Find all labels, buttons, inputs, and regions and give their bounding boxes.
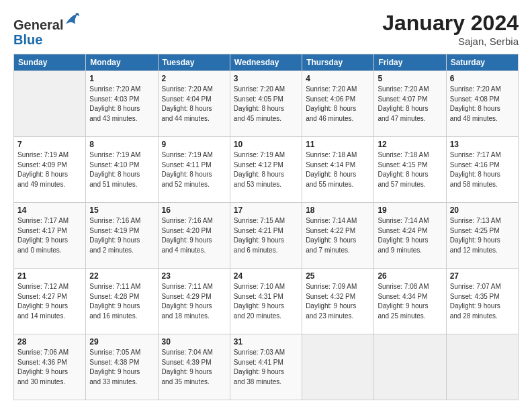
day-info: Sunrise: 7:14 AM Sunset: 4:22 PM Dayligh… xyxy=(306,216,370,255)
day-number: 9 xyxy=(162,140,226,149)
calendar-header-wednesday: Wednesday xyxy=(230,54,302,71)
logo-general: General xyxy=(13,17,63,32)
day-info: Sunrise: 7:20 AM Sunset: 4:07 PM Dayligh… xyxy=(378,85,442,124)
day-info: Sunrise: 7:05 AM Sunset: 4:38 PM Dayligh… xyxy=(89,348,154,387)
header: General Blue January 2024 Sajan, Serbia xyxy=(13,11,519,47)
calendar-week-4: 21Sunrise: 7:12 AM Sunset: 4:27 PM Dayli… xyxy=(14,269,519,334)
logo-bird-icon xyxy=(64,11,81,30)
day-info: Sunrise: 7:19 AM Sunset: 4:11 PM Dayligh… xyxy=(162,150,226,189)
day-number: 7 xyxy=(17,140,82,149)
day-info: Sunrise: 7:20 AM Sunset: 4:06 PM Dayligh… xyxy=(306,85,370,124)
day-info: Sunrise: 7:16 AM Sunset: 4:19 PM Dayligh… xyxy=(89,216,154,255)
calendar-cell: 27Sunrise: 7:07 AM Sunset: 4:35 PM Dayli… xyxy=(446,269,518,334)
day-info: Sunrise: 7:17 AM Sunset: 4:16 PM Dayligh… xyxy=(450,150,515,189)
month-year: January 2024 xyxy=(382,11,519,36)
calendar-cell: 10Sunrise: 7:19 AM Sunset: 4:12 PM Dayli… xyxy=(230,137,302,203)
day-info: Sunrise: 7:10 AM Sunset: 4:31 PM Dayligh… xyxy=(234,282,298,321)
calendar-cell: 7Sunrise: 7:19 AM Sunset: 4:09 PM Daylig… xyxy=(14,137,86,203)
page: General Blue January 2024 Sajan, Serbia … xyxy=(0,0,532,411)
day-info: Sunrise: 7:08 AM Sunset: 4:34 PM Dayligh… xyxy=(378,282,442,321)
location: Sajan, Serbia xyxy=(382,36,519,47)
day-info: Sunrise: 7:11 AM Sunset: 4:29 PM Dayligh… xyxy=(162,282,226,321)
day-number: 8 xyxy=(89,140,154,149)
day-number: 15 xyxy=(89,205,154,215)
day-info: Sunrise: 7:20 AM Sunset: 4:08 PM Dayligh… xyxy=(450,85,515,124)
calendar-cell: 19Sunrise: 7:14 AM Sunset: 4:24 PM Dayli… xyxy=(374,203,446,269)
calendar-cell: 14Sunrise: 7:17 AM Sunset: 4:17 PM Dayli… xyxy=(14,203,86,269)
day-number: 4 xyxy=(306,74,370,83)
day-info: Sunrise: 7:19 AM Sunset: 4:10 PM Dayligh… xyxy=(89,150,154,189)
day-number: 23 xyxy=(162,271,226,281)
day-number: 19 xyxy=(378,205,442,215)
calendar-cell: 30Sunrise: 7:04 AM Sunset: 4:39 PM Dayli… xyxy=(158,334,230,400)
day-number: 26 xyxy=(378,271,442,281)
day-number: 2 xyxy=(162,74,226,83)
day-info: Sunrise: 7:20 AM Sunset: 4:03 PM Dayligh… xyxy=(89,85,154,124)
calendar-cell: 29Sunrise: 7:05 AM Sunset: 4:38 PM Dayli… xyxy=(86,334,158,400)
day-info: Sunrise: 7:20 AM Sunset: 4:05 PM Dayligh… xyxy=(234,85,298,124)
day-info: Sunrise: 7:17 AM Sunset: 4:17 PM Dayligh… xyxy=(17,216,82,255)
day-info: Sunrise: 7:18 AM Sunset: 4:14 PM Dayligh… xyxy=(306,150,370,189)
logo-blue: Blue xyxy=(13,32,42,47)
day-number: 22 xyxy=(89,271,154,281)
logo-text: General Blue xyxy=(13,11,81,47)
calendar-cell: 6Sunrise: 7:20 AM Sunset: 4:08 PM Daylig… xyxy=(446,71,518,137)
calendar-week-1: 1Sunrise: 7:20 AM Sunset: 4:03 PM Daylig… xyxy=(14,71,519,137)
calendar-cell: 13Sunrise: 7:17 AM Sunset: 4:16 PM Dayli… xyxy=(446,137,518,203)
day-info: Sunrise: 7:11 AM Sunset: 4:28 PM Dayligh… xyxy=(89,282,154,321)
day-number: 1 xyxy=(89,74,154,83)
calendar-cell: 28Sunrise: 7:06 AM Sunset: 4:36 PM Dayli… xyxy=(14,334,86,400)
calendar-cell: 17Sunrise: 7:15 AM Sunset: 4:21 PM Dayli… xyxy=(230,203,302,269)
day-number: 5 xyxy=(378,74,442,83)
calendar-table: SundayMondayTuesdayWednesdayThursdayFrid… xyxy=(13,54,519,400)
day-number: 14 xyxy=(17,205,82,215)
day-info: Sunrise: 7:04 AM Sunset: 4:39 PM Dayligh… xyxy=(162,348,226,387)
calendar-header-sunday: Sunday xyxy=(14,54,86,71)
calendar-cell xyxy=(302,334,374,400)
calendar-cell: 26Sunrise: 7:08 AM Sunset: 4:34 PM Dayli… xyxy=(374,269,446,334)
calendar-cell: 20Sunrise: 7:13 AM Sunset: 4:25 PM Dayli… xyxy=(446,203,518,269)
calendar-cell: 24Sunrise: 7:10 AM Sunset: 4:31 PM Dayli… xyxy=(230,269,302,334)
calendar-week-3: 14Sunrise: 7:17 AM Sunset: 4:17 PM Dayli… xyxy=(14,203,519,269)
calendar-header-tuesday: Tuesday xyxy=(158,54,230,71)
day-info: Sunrise: 7:06 AM Sunset: 4:36 PM Dayligh… xyxy=(17,348,82,387)
calendar-cell: 12Sunrise: 7:18 AM Sunset: 4:15 PM Dayli… xyxy=(374,137,446,203)
day-number: 30 xyxy=(162,337,226,347)
calendar-cell: 23Sunrise: 7:11 AM Sunset: 4:29 PM Dayli… xyxy=(158,269,230,334)
logo: General Blue xyxy=(13,11,81,47)
day-info: Sunrise: 7:19 AM Sunset: 4:09 PM Dayligh… xyxy=(17,150,82,189)
calendar-week-2: 7Sunrise: 7:19 AM Sunset: 4:09 PM Daylig… xyxy=(14,137,519,203)
day-number: 16 xyxy=(162,205,226,215)
calendar-cell: 16Sunrise: 7:16 AM Sunset: 4:20 PM Dayli… xyxy=(158,203,230,269)
calendar-cell: 9Sunrise: 7:19 AM Sunset: 4:11 PM Daylig… xyxy=(158,137,230,203)
calendar-cell xyxy=(446,334,518,400)
calendar-cell: 18Sunrise: 7:14 AM Sunset: 4:22 PM Dayli… xyxy=(302,203,374,269)
calendar-header-row: SundayMondayTuesdayWednesdayThursdayFrid… xyxy=(14,54,519,71)
day-number: 3 xyxy=(234,74,298,83)
day-info: Sunrise: 7:18 AM Sunset: 4:15 PM Dayligh… xyxy=(378,150,442,189)
day-number: 31 xyxy=(234,337,298,347)
calendar-cell: 8Sunrise: 7:19 AM Sunset: 4:10 PM Daylig… xyxy=(86,137,158,203)
day-number: 17 xyxy=(234,205,298,215)
day-info: Sunrise: 7:15 AM Sunset: 4:21 PM Dayligh… xyxy=(234,216,298,255)
day-info: Sunrise: 7:09 AM Sunset: 4:32 PM Dayligh… xyxy=(306,282,370,321)
calendar-cell xyxy=(374,334,446,400)
calendar-cell: 31Sunrise: 7:03 AM Sunset: 4:41 PM Dayli… xyxy=(230,334,302,400)
day-number: 25 xyxy=(306,271,370,281)
day-info: Sunrise: 7:16 AM Sunset: 4:20 PM Dayligh… xyxy=(162,216,226,255)
day-info: Sunrise: 7:19 AM Sunset: 4:12 PM Dayligh… xyxy=(234,150,298,189)
day-number: 11 xyxy=(306,140,370,149)
title-block: January 2024 Sajan, Serbia xyxy=(382,11,519,47)
calendar-header-monday: Monday xyxy=(86,54,158,71)
calendar-header-saturday: Saturday xyxy=(446,54,518,71)
day-number: 28 xyxy=(17,337,82,347)
day-number: 10 xyxy=(234,140,298,149)
calendar-header-thursday: Thursday xyxy=(302,54,374,71)
calendar-cell: 21Sunrise: 7:12 AM Sunset: 4:27 PM Dayli… xyxy=(14,269,86,334)
day-number: 21 xyxy=(17,271,82,281)
calendar-cell: 1Sunrise: 7:20 AM Sunset: 4:03 PM Daylig… xyxy=(86,71,158,137)
day-number: 27 xyxy=(450,271,515,281)
day-info: Sunrise: 7:14 AM Sunset: 4:24 PM Dayligh… xyxy=(378,216,442,255)
day-info: Sunrise: 7:03 AM Sunset: 4:41 PM Dayligh… xyxy=(234,348,298,387)
day-number: 18 xyxy=(306,205,370,215)
